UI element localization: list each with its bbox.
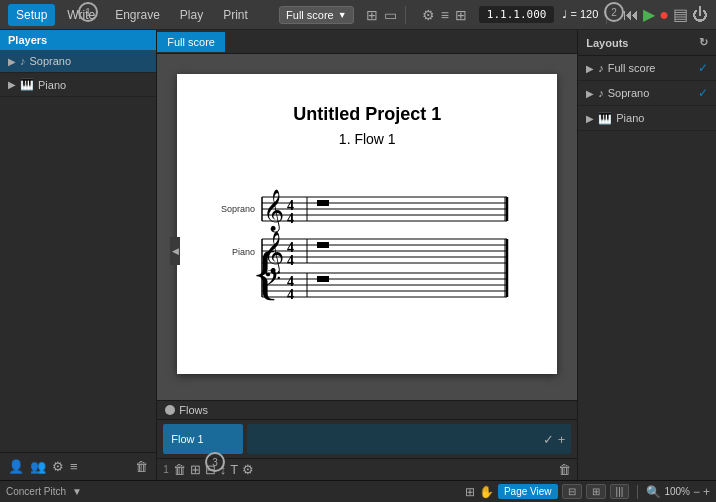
transport-extra1[interactable]: ▤: [673, 5, 688, 24]
player-settings-icon[interactable]: ⚙: [52, 459, 64, 474]
settings-icon[interactable]: ⚙: [422, 7, 435, 23]
grid-view-btn[interactable]: ⊞: [465, 485, 475, 499]
view-btn-1[interactable]: ⊟: [562, 484, 582, 499]
menu-engrave[interactable]: Engrave: [107, 4, 168, 26]
music-notation: Soprano 𝄞 4 4: [207, 177, 527, 307]
svg-rect-31: [317, 276, 329, 282]
svg-text:𝄞: 𝄞: [263, 189, 284, 233]
view-icons: ⊞ ▭: [366, 7, 397, 23]
player-list-icon[interactable]: ≡: [70, 459, 78, 474]
player-soprano[interactable]: ▶ ♪ Soprano +: [0, 50, 156, 73]
grid-view-icon[interactable]: ⊞: [366, 7, 378, 23]
transport-controls: ⏮ ▶ ● ▤ ⏻: [623, 5, 708, 24]
flow-settings-icon5[interactable]: ⚙: [242, 462, 254, 477]
tempo-display: ♩ = 120: [562, 8, 598, 21]
fullscore-arrow: ▶: [586, 63, 594, 74]
flows-header: Flows: [157, 401, 577, 420]
score-subtitle: 1. Flow 1: [207, 131, 527, 147]
hand-tool-btn[interactable]: ✋: [479, 485, 494, 499]
concert-pitch-label: Concert Pitch: [6, 486, 66, 497]
transport-rewind[interactable]: ⏮: [623, 6, 639, 24]
transport-power[interactable]: ⏻: [692, 6, 708, 24]
score-scroll-area[interactable]: ◀ Untitled Project 1 1. Flow 1 Soprano: [157, 54, 577, 400]
flow-add-area: ✓ +: [247, 424, 571, 454]
flow-settings-icon2[interactable]: ⊟: [205, 462, 216, 477]
transport-play[interactable]: ▶: [643, 5, 655, 24]
flow-check-icon[interactable]: ✓: [543, 432, 554, 447]
flows-content: Flow 1 ✓ +: [157, 420, 577, 458]
page-view-btn[interactable]: Page View: [498, 484, 558, 499]
soprano-layout-check: ✓: [698, 86, 708, 100]
menu-bar: Setup Write Engrave Play Print Full scor…: [0, 0, 716, 30]
flow-settings-icon3[interactable]: ↕: [220, 462, 227, 477]
soprano-layout-name: Soprano: [608, 87, 698, 99]
soprano-icon: ♪: [20, 55, 26, 67]
concert-pitch-arrow[interactable]: ▼: [72, 486, 82, 497]
zoom-controls: 🔍 100% − +: [646, 485, 710, 499]
center-area: Full score ◀ Untitled Project 1 1. Flow …: [157, 30, 577, 480]
layout-fullscore[interactable]: ▶ ♪ Full score ✓: [578, 56, 716, 81]
add-group-icon[interactable]: 👥: [30, 459, 46, 474]
layout-piano[interactable]: ▶ 🎹 Piano ✓: [578, 106, 716, 131]
soprano-layout-icon: ♪: [598, 87, 604, 99]
svg-text:4: 4: [287, 287, 294, 302]
piano-layout-name: Piano: [616, 112, 698, 124]
flow-settings-icon4[interactable]: T: [230, 462, 238, 477]
transport-record[interactable]: ●: [659, 6, 669, 24]
piano-arrow: ▶: [8, 79, 16, 90]
delete-player-icon[interactable]: 🗑: [135, 459, 148, 474]
layouts-refresh-icon[interactable]: ↻: [699, 36, 708, 49]
full-score-tab[interactable]: Full score: [157, 32, 225, 52]
svg-text:4: 4: [287, 211, 294, 226]
flow-number: 1: [163, 464, 169, 475]
flow-settings-icon1[interactable]: ⊞: [190, 462, 201, 477]
add-player-icon[interactable]: 👤: [8, 459, 24, 474]
view-btn-2[interactable]: ⊞: [586, 484, 606, 499]
layout-soprano[interactable]: ▶ ♪ Soprano ✓: [578, 81, 716, 106]
settings-icons: ⚙ ≡ ⊞: [422, 7, 467, 23]
menu-write[interactable]: Write: [59, 4, 103, 26]
flows-bottom: 1 🗑 ⊞ ⊟ ↕ T ⚙ 🗑: [157, 458, 577, 480]
flow-trash-icon[interactable]: 🗑: [558, 462, 571, 477]
fullscore-icon: ♪: [598, 62, 604, 74]
piano-icon: 🎹: [20, 78, 34, 91]
zoom-icon[interactable]: 🔍: [646, 485, 661, 499]
left-collapse-arrow[interactable]: ◀: [170, 237, 180, 265]
flow-delete-icon[interactable]: 🗑: [173, 462, 186, 477]
bottom-toolbar: Concert Pitch ▼ ⊞ ✋ Page View ⊟ ⊞ ||| 🔍 …: [0, 480, 716, 502]
panel-bottom: 👤 👥 ⚙ ≡ 🗑: [0, 452, 156, 480]
flow-add-icon[interactable]: +: [558, 432, 566, 447]
left-panel: Players ▶ ♪ Soprano + ▶ 🎹 Piano + 👤 👥: [0, 30, 157, 480]
menu-setup[interactable]: Setup: [8, 4, 55, 26]
score-title: Untitled Project 1: [207, 104, 527, 125]
layouts-header: Layouts ↻: [578, 30, 716, 56]
piano-layout-arrow: ▶: [586, 113, 594, 124]
zoom-in-btn[interactable]: +: [703, 485, 710, 499]
piano-name: Piano: [38, 79, 148, 91]
player-list: ▶ ♪ Soprano + ▶ 🎹 Piano +: [0, 50, 156, 452]
bars-icon[interactable]: ≡: [441, 7, 449, 23]
player-piano[interactable]: ▶ 🎹 Piano +: [0, 73, 156, 97]
menu-play[interactable]: Play: [172, 4, 211, 26]
piano-layout-icon: 🎹: [598, 112, 612, 125]
view-btn-3[interactable]: |||: [610, 484, 630, 499]
flows-label: Flows: [165, 404, 208, 416]
svg-rect-21: [317, 242, 329, 248]
score-selector[interactable]: Full score ▼: [279, 6, 354, 24]
fullscore-check: ✓: [698, 61, 708, 75]
score-tab-bar: Full score: [157, 30, 577, 54]
players-header: Players: [0, 30, 156, 50]
svg-text:{: {: [251, 239, 280, 305]
menu-print[interactable]: Print: [215, 4, 256, 26]
window-view-icon[interactable]: ▭: [384, 7, 397, 23]
soprano-name: Soprano: [30, 55, 149, 67]
flows-circle-icon: [165, 405, 175, 415]
fullscore-name: Full score: [608, 62, 698, 74]
flow-item-1[interactable]: Flow 1: [163, 424, 243, 454]
zoom-out-btn[interactable]: −: [693, 485, 700, 499]
svg-text:4: 4: [287, 253, 294, 268]
svg-text:Soprano: Soprano: [221, 204, 255, 214]
grid-icon[interactable]: ⊞: [455, 7, 467, 23]
svg-rect-10: [317, 200, 329, 206]
flows-area: Flows Flow 1 ✓ + 1 🗑 ⊞ ⊟: [157, 400, 577, 480]
